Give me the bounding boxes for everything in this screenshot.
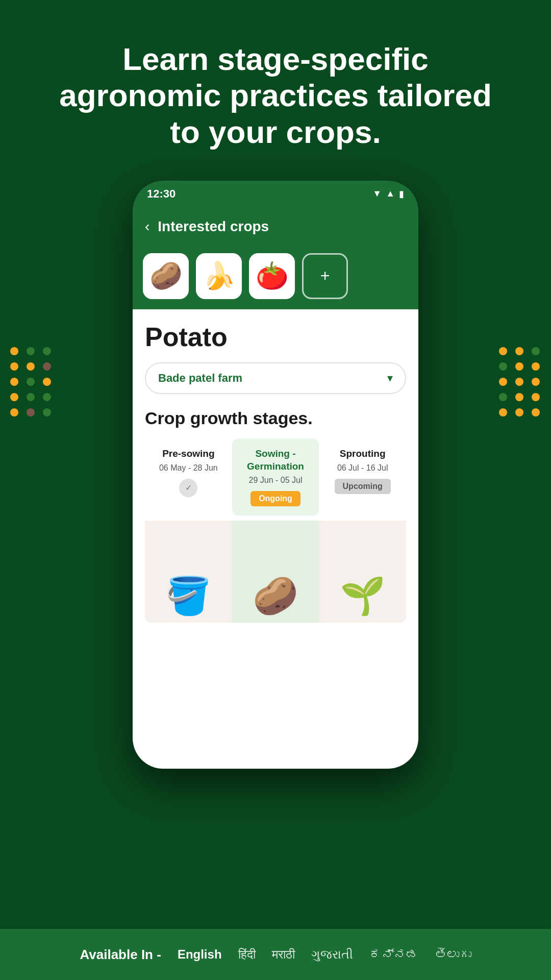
status-time: 12:30	[147, 187, 176, 201]
app-header: ‹ Interested crops	[133, 207, 418, 246]
signal-icon: ▲	[386, 188, 395, 199]
phone-mockup: 12:30 ▼ ▲ ▮ ‹ Interested crops 🥔 🍌 🍅	[0, 181, 551, 769]
illus-presowing: 🪣	[145, 521, 232, 623]
stage-sprouting-name: Sprouting	[324, 448, 401, 460]
stage-sprouting-badge: Upcoming	[335, 479, 391, 494]
bottom-language-bar: Available In - English हिंदी मराठी ગુજરા…	[0, 929, 551, 980]
farm-selector[interactable]: Bade patel farm ▾	[145, 362, 406, 394]
crop-tabs-container: 🥔 🍌 🍅 +	[133, 246, 418, 309]
phone-body: 12:30 ▼ ▲ ▮ ‹ Interested crops 🥔 🍌 🍅	[133, 181, 418, 769]
status-bar: 12:30 ▼ ▲ ▮	[133, 181, 418, 207]
status-icons: ▼ ▲ ▮	[372, 188, 404, 200]
stage-sowing-badge: Ongoing	[251, 491, 300, 506]
banana-emoji: 🍌	[203, 260, 236, 291]
stage-sprouting[interactable]: Sprouting 06 Jul - 16 Jul Upcoming	[319, 438, 406, 516]
battery-icon: ▮	[399, 188, 404, 200]
lang-hindi[interactable]: हिंदी	[238, 947, 256, 962]
lang-english[interactable]: English	[178, 947, 222, 962]
chevron-down-icon: ▾	[387, 372, 393, 385]
stage-illustrations: 🪣 🥔 🌱	[145, 521, 406, 623]
stage-presowing-date: 06 May - 28 Jun	[150, 463, 227, 473]
lang-gujarati[interactable]: ગુજરાતી	[311, 947, 353, 962]
crop-tab-tomato[interactable]: 🍅	[249, 253, 295, 299]
sprout-icon: 🌱	[340, 574, 386, 618]
shovel-icon: 🪣	[165, 574, 211, 618]
lang-telugu[interactable]: తెలుగు	[435, 947, 471, 962]
potato-seed-icon: 🥔	[253, 574, 298, 618]
crop-tab-potato[interactable]: 🥔	[143, 253, 189, 299]
stage-sowing[interactable]: Sowing -Germination 29 Jun - 05 Jul Ongo…	[232, 438, 319, 516]
lang-marathi[interactable]: मराठी	[272, 947, 295, 962]
main-content: Potato Bade patel farm ▾ Crop growth sta…	[133, 309, 418, 769]
potato-emoji: 🥔	[149, 260, 183, 291]
lang-kannada[interactable]: ಕನ್ನಡ	[369, 947, 418, 962]
illus-sprouting: 🌱	[319, 521, 406, 623]
app-header-title: Interested crops	[158, 218, 269, 235]
illus-sowing: 🥔	[232, 521, 319, 623]
available-in-label: Available In -	[80, 947, 161, 963]
stage-presowing-badge: ✓	[179, 479, 197, 497]
add-crop-button[interactable]: +	[302, 253, 348, 299]
plus-icon: +	[320, 266, 330, 285]
stage-sowing-date: 29 Jun - 05 Jul	[237, 476, 314, 485]
growth-stages-section: Crop growth stages. Pre-sowing 06 May - …	[145, 408, 406, 623]
stages-container: Pre-sowing 06 May - 28 Jun ✓ Sowing -Ger…	[145, 438, 406, 516]
stage-presowing-name: Pre-sowing	[150, 448, 227, 460]
stage-sowing-name: Sowing -Germination	[237, 448, 314, 473]
farm-name: Bade patel farm	[158, 372, 242, 385]
stage-presowing[interactable]: Pre-sowing 06 May - 28 Jun ✓	[145, 438, 232, 516]
stage-sprouting-date: 06 Jul - 16 Jul	[324, 463, 401, 473]
crop-tab-banana[interactable]: 🍌	[196, 253, 242, 299]
checkmark-icon: ✓	[185, 483, 192, 493]
crop-name: Potato	[145, 322, 406, 352]
decorative-dots-left	[10, 347, 52, 416]
decorative-dots-right	[499, 347, 541, 416]
back-button[interactable]: ‹	[145, 218, 149, 235]
wifi-icon: ▼	[372, 188, 382, 199]
header-title: Learn stage-specific agronomic practices…	[0, 0, 551, 181]
page-header: Learn stage-specific agronomic practices…	[0, 0, 551, 181]
tomato-emoji: 🍅	[256, 260, 289, 291]
growth-title: Crop growth stages.	[145, 408, 406, 428]
